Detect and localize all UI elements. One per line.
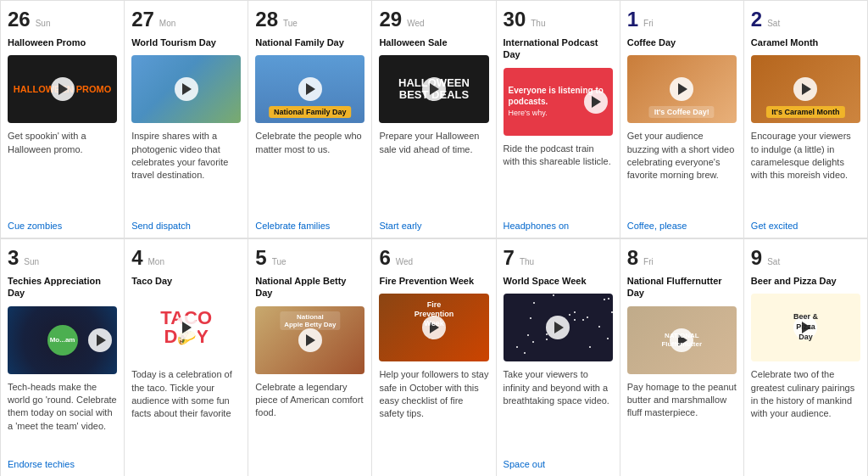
event-title: National Family Day: [255, 36, 364, 48]
calendar-grid: 26SunHalloween PromoHALLOWEEN PROMOGet s…: [0, 0, 868, 238]
event-description: Ride the podcast train with this shareab…: [504, 143, 613, 216]
event-description: Take your viewers to infinity and beyond…: [504, 368, 613, 454]
day-cell: 2SatCaramel MonthIt's Caramel MonthEncou…: [744, 1, 868, 238]
day-name: Sat: [767, 257, 780, 266]
event-title: National Fluffernutter Day: [627, 275, 737, 300]
day-name: Tue: [283, 19, 298, 28]
day-name: Fri: [643, 19, 654, 28]
day-cell: 8FriNational Fluffernutter DayNATIONALFl…: [620, 239, 744, 476]
day-name: Mon: [159, 19, 175, 28]
event-link[interactable]: Start early: [379, 221, 488, 231]
event-link[interactable]: Coffee, please: [627, 221, 737, 231]
day-name: Fri: [643, 257, 654, 266]
day-cell: 1FriCoffee DayIt's Coffee Day!Get your a…: [620, 1, 744, 238]
day-header: 4Mon: [131, 246, 241, 270]
event-thumbnail[interactable]: It's Coffee Day!: [627, 55, 737, 123]
day-number: 28: [255, 8, 278, 31]
day-header: 6Wed: [379, 246, 488, 270]
day-number: 7: [504, 246, 515, 270]
day-number: 5: [255, 246, 266, 270]
event-title: Taco Day: [131, 275, 241, 287]
event-title: National Apple Betty Day: [255, 275, 364, 300]
day-number: 9: [751, 246, 762, 270]
day-header: 8Fri: [627, 246, 737, 270]
event-title: World Tourism Day: [131, 36, 241, 48]
event-thumbnail[interactable]: HALLOWEENBEST DEALS: [379, 55, 488, 123]
event-thumbnail[interactable]: Everyone is listening topodcasts.Here's …: [504, 68, 613, 136]
event-link[interactable]: Celebrate families: [255, 221, 364, 231]
event-link[interactable]: Space out: [504, 459, 613, 469]
event-title: Techies Appreciation Day: [8, 275, 117, 300]
event-title: International Podcast Day: [504, 36, 613, 61]
event-description: Inspire shares with a photogenic video t…: [131, 130, 241, 216]
event-description: Help your followers to stay safe in Octo…: [379, 368, 488, 469]
event-thumbnail[interactable]: Fire PreventionWeek: [379, 294, 488, 361]
day-name: Mon: [148, 257, 164, 266]
day-header: 9Sat: [751, 246, 860, 270]
day-header: 29Wed: [379, 8, 488, 31]
day-number: 8: [627, 246, 638, 270]
event-description: Get spookin' with a Halloween promo.: [8, 130, 117, 216]
day-cell: 3SunTechies Appreciation DayMo...amTech-…: [1, 239, 125, 476]
event-title: Coffee Day: [627, 36, 737, 48]
day-cell: 7ThuWorld Space WeekTake your viewers to…: [497, 239, 620, 476]
day-header: 2Sat: [751, 8, 860, 31]
event-thumbnail[interactable]: Mo...am: [8, 306, 117, 374]
event-link[interactable]: Endorse techies: [8, 459, 117, 469]
event-title: Halloween Promo: [8, 36, 117, 48]
event-thumbnail[interactable]: NationalApple Betty Day: [255, 306, 364, 374]
day-number: 6: [379, 246, 390, 270]
day-header: 30Thu: [504, 8, 613, 31]
day-header: 28Tue: [255, 8, 364, 31]
day-number: 1: [627, 8, 638, 31]
day-name: Sun: [36, 19, 51, 28]
day-name: Sat: [767, 19, 780, 28]
event-title: Halloween Sale: [379, 36, 488, 48]
day-name: Thu: [531, 19, 545, 28]
day-cell: 6WedFire Prevention WeekFire PreventionW…: [372, 239, 496, 476]
day-name: Wed: [407, 19, 424, 28]
event-description: Pay homage to the peanut butter and mars…: [627, 381, 737, 469]
event-thumbnail[interactable]: TACOD🌮Y: [131, 294, 241, 361]
event-thumbnail[interactable]: National Family Day: [255, 55, 364, 123]
event-description: Get your audience buzzing with a short v…: [627, 130, 737, 216]
event-thumbnail[interactable]: HALLOWEEN PROMO: [8, 55, 117, 123]
day-name: Thu: [520, 257, 534, 266]
day-cell: 30ThuInternational Podcast DayEveryone i…: [497, 1, 620, 238]
day-header: 7Thu: [504, 246, 613, 270]
event-title: Beer and Pizza Day: [751, 275, 860, 287]
day-number: 4: [131, 246, 142, 270]
event-link[interactable]: Headphones on: [504, 221, 613, 231]
day-name: Wed: [396, 257, 413, 266]
event-thumbnail[interactable]: Beer &PizzaDay: [751, 294, 860, 361]
day-cell: 9SatBeer and Pizza DayBeer &PizzaDayCele…: [744, 239, 868, 476]
event-link[interactable]: Get excited: [751, 221, 860, 231]
event-title: Fire Prevention Week: [379, 275, 488, 287]
event-thumbnail[interactable]: NATIONALFluffernutter: [627, 306, 737, 374]
event-thumbnail[interactable]: [131, 55, 241, 123]
day-number: 29: [379, 8, 402, 31]
day-header: 27Mon: [131, 8, 241, 31]
day-name: Tue: [272, 257, 287, 266]
event-description: Celebrate two of the greatest culinary p…: [751, 368, 860, 469]
event-link[interactable]: Send dispatch: [131, 221, 241, 231]
event-link[interactable]: Cue zombies: [8, 221, 117, 231]
day-header: 5Tue: [255, 246, 364, 270]
event-thumbnail[interactable]: It's Caramel Month: [751, 55, 860, 123]
event-title: Caramel Month: [751, 36, 860, 48]
day-cell: 4MonTaco DayTACOD🌮YToday is a celebratio…: [125, 239, 248, 476]
day-header: 1Fri: [627, 8, 737, 31]
event-title: World Space Week: [504, 275, 613, 287]
day-cell: 28TueNational Family DayNational Family …: [248, 1, 372, 238]
event-thumbnail[interactable]: [504, 294, 613, 361]
day-number: 3: [8, 246, 19, 270]
event-description: Celebrate a legendary piece of American …: [255, 381, 364, 469]
day-number: 26: [8, 8, 31, 31]
day-cell: 29WedHalloween SaleHALLOWEENBEST DEALSPr…: [372, 1, 496, 238]
day-cell: 5TueNational Apple Betty DayNationalAppl…: [248, 239, 372, 476]
calendar-grid-row2: 3SunTechies Appreciation DayMo...amTech-…: [0, 238, 868, 476]
event-description: Today is a celebration of the taco. Tick…: [131, 368, 241, 469]
day-name: Sun: [24, 257, 39, 266]
day-header: 26Sun: [8, 8, 117, 31]
day-cell: 26SunHalloween PromoHALLOWEEN PROMOGet s…: [1, 1, 125, 238]
